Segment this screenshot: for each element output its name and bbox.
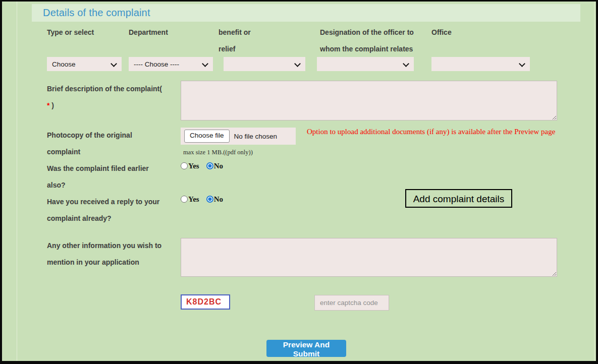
add-complaint-details-button[interactable]: Add complaint details [405,189,512,208]
filed-earlier-label: Was the complaint filed earlier also? [47,160,167,194]
filed-earlier-radio-group: Yes No [181,161,223,170]
other-info-textarea[interactable] [181,238,557,277]
reply-received-yes-radio[interactable] [181,196,188,203]
page-title: Details of the complaint [43,4,150,22]
type-or-select-dropdown[interactable]: Choose [47,57,122,71]
file-upload-field[interactable]: Choose file No file chosen [181,128,296,145]
filed-earlier-no-option[interactable]: No [206,162,223,170]
department-select[interactable]: ---- Choose ---- [129,57,213,71]
brief-description-textarea[interactable] [181,81,557,120]
department-label: Department [129,24,209,41]
type-or-select-select[interactable]: Choose [47,57,122,71]
reply-received-radio-group: Yes No [181,195,223,204]
captcha-input[interactable] [314,295,389,311]
reply-received-no-option[interactable]: No [206,195,223,204]
other-info-label: Any other information you wish to mentio… [47,237,169,271]
benefit-or-relief-label: benefit or relief [219,24,263,57]
brief-description-label: Brief description of the complaint( * ) [47,81,182,114]
office-select[interactable] [431,57,530,71]
additional-documents-note: Option to upload additional documents (i… [307,128,569,136]
designation-select[interactable] [317,57,414,71]
filed-earlier-no-radio[interactable] [206,162,213,169]
preview-and-submit-button[interactable]: Preview And Submit [266,340,346,357]
benefit-or-relief-select[interactable] [224,57,305,71]
filed-earlier-yes-radio[interactable] [181,162,188,169]
office-label: Office [431,24,482,41]
reply-received-label: Have you received a reply to your compla… [47,194,172,227]
photocopy-label: Photocopy of the original complaint [47,127,147,160]
reply-received-no-radio[interactable] [206,196,213,203]
choose-file-button[interactable]: Choose file [184,130,230,143]
filed-earlier-yes-option[interactable]: Yes [181,162,199,170]
type-or-select-label: Type or select [47,24,123,41]
complaint-form-page: Details of the complaint Type or select … [0,0,598,364]
left-panel-divider [17,2,17,361]
file-size-hint: max size 1 MB.((pdf only)) [183,149,253,156]
designation-dropdown[interactable] [317,57,414,71]
right-panel-divider [594,2,595,361]
file-chosen-text: No file chosen [234,133,278,140]
designation-label: Designation of the officer to whom the c… [320,24,425,57]
reply-received-yes-option[interactable]: Yes [181,195,199,204]
captcha-image: K8D2BC [181,294,230,310]
section-header-bar: Details of the complaint [32,4,580,22]
office-dropdown[interactable] [431,57,530,71]
department-dropdown[interactable]: ---- Choose ---- [129,57,213,71]
captcha-code-text: K8D2BC [186,297,222,307]
benefit-or-relief-dropdown[interactable] [224,57,305,71]
